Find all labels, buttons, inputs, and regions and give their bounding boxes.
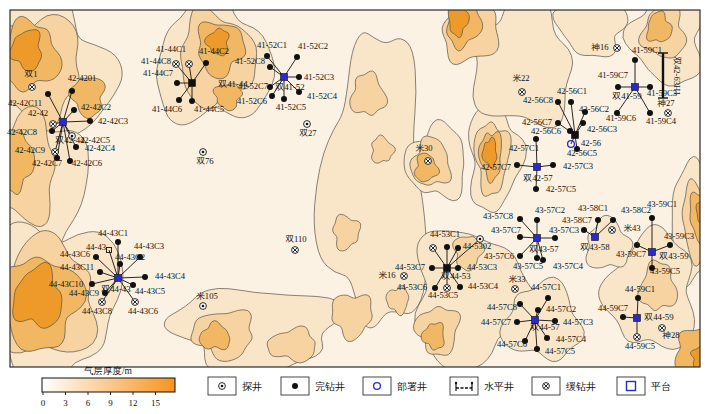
legend-label: 平台 bbox=[651, 381, 671, 392]
platform-marker bbox=[60, 119, 67, 126]
completed-well-marker bbox=[517, 301, 523, 307]
completed-well-marker bbox=[634, 242, 640, 248]
gas-thickness-contour-map: 41-44C841-44C141-44C241-44C741-44C641-44… bbox=[0, 0, 705, 414]
colorbar-ticks: 03691215 bbox=[41, 392, 161, 408]
colorbar-tick-label: 6 bbox=[86, 398, 91, 408]
well-label: 42-4201 bbox=[68, 73, 97, 83]
completed-well-marker bbox=[115, 239, 121, 245]
well-label: 双110 bbox=[285, 234, 306, 244]
well-label: 43-59C1 bbox=[647, 199, 677, 209]
colorbar-gradient bbox=[42, 378, 175, 392]
well-label: 41-59C6 bbox=[606, 113, 637, 123]
well-label: 43-57C7 bbox=[491, 225, 522, 235]
well-label: 44-59C7 bbox=[598, 303, 629, 313]
completed-well-marker bbox=[296, 74, 302, 80]
well-label: 44-43C3 bbox=[134, 241, 164, 251]
well-label: 42-42C8 bbox=[7, 127, 37, 137]
well-label: 41-52C2 bbox=[298, 41, 328, 51]
well-label: 44-59C1 bbox=[625, 284, 655, 294]
well-label: 42-57C7 bbox=[481, 162, 512, 172]
well-label: 41-52C3 bbox=[304, 72, 334, 82]
cluster-label: 双44-53 bbox=[441, 271, 471, 281]
well-label: 44-53C6 bbox=[397, 282, 428, 292]
well-label: 43-57C4 bbox=[553, 261, 584, 271]
completed-well-marker bbox=[533, 136, 539, 142]
well-label: 44-57C1 bbox=[531, 282, 561, 292]
well-label: 43-59C5 bbox=[650, 266, 680, 276]
well-label: 43-57C8 bbox=[483, 211, 513, 221]
well-label: 神28 bbox=[661, 330, 679, 340]
completed-well-marker bbox=[534, 217, 540, 223]
legend-label: 完钻井 bbox=[315, 381, 345, 392]
deferred-well-marker bbox=[50, 121, 57, 128]
deferred-well-marker bbox=[99, 299, 106, 306]
exploration-well-marker bbox=[219, 383, 226, 390]
well-label: 米105 bbox=[196, 291, 217, 301]
well-label: 43-57C5 bbox=[513, 261, 543, 271]
well-label: 44-53C4 bbox=[468, 281, 499, 291]
completed-well-marker bbox=[292, 383, 298, 389]
platform-marker bbox=[534, 164, 541, 171]
completed-well-marker bbox=[517, 253, 523, 259]
well-label: 44-57C3 bbox=[563, 317, 593, 327]
well-label: 神16 bbox=[590, 42, 609, 52]
completed-well-marker bbox=[49, 128, 55, 134]
well-label: 44-57C8 bbox=[487, 302, 517, 312]
platform-marker bbox=[634, 315, 641, 322]
well-label: 41-59C4 bbox=[646, 116, 677, 126]
well-label: 41-52C5 bbox=[276, 102, 306, 112]
platform-marker bbox=[632, 84, 639, 91]
well-label: 44-43C1 bbox=[98, 228, 128, 238]
completed-well-marker bbox=[534, 346, 540, 352]
deferred-well-marker bbox=[52, 149, 59, 156]
well-label: 神27 bbox=[656, 98, 675, 108]
well-label: 42-56C8 bbox=[523, 95, 553, 105]
completed-well-marker bbox=[267, 64, 273, 70]
cluster-label: 双42-42 bbox=[55, 135, 84, 145]
well-label: 44-43C4 bbox=[155, 271, 186, 281]
contour-layer bbox=[0, 0, 705, 396]
completed-well-icon bbox=[292, 383, 298, 389]
completed-well-marker bbox=[610, 217, 616, 223]
completed-well-marker bbox=[429, 265, 435, 271]
well-label: 42-56C3 bbox=[587, 124, 617, 134]
completed-well-marker bbox=[203, 60, 209, 66]
well-label: 44-5302 bbox=[463, 241, 492, 251]
completed-well-marker bbox=[45, 91, 51, 97]
platform-marker bbox=[649, 249, 656, 256]
completed-well-marker bbox=[649, 215, 655, 221]
well-label: 双42-63H1 bbox=[672, 56, 682, 95]
well-label: 42-56C1 bbox=[557, 86, 587, 96]
well-label: 42-57C5 bbox=[546, 184, 576, 194]
well-label: 米30 bbox=[415, 143, 432, 153]
well-label: 44-59C5 bbox=[625, 341, 655, 351]
cluster-label: 双41-52 bbox=[275, 82, 304, 92]
well-label: 双76 bbox=[196, 156, 214, 166]
well-label: 42-56C6 bbox=[531, 126, 562, 136]
completed-well-marker bbox=[620, 314, 626, 320]
legend-item: 缓钻井 bbox=[532, 377, 596, 395]
well-label: 44-57C7 bbox=[481, 317, 512, 327]
deferred-well-marker bbox=[401, 273, 408, 280]
cluster-label: 双43-59 bbox=[659, 251, 689, 261]
well-label: 43-57C2 bbox=[535, 205, 565, 215]
deferred-well-marker bbox=[186, 61, 193, 68]
well-label: 双1 bbox=[25, 69, 38, 79]
completed-well-marker bbox=[535, 307, 541, 313]
colorbar-tick-label: 15 bbox=[151, 398, 161, 408]
well-label: 44-53C5 bbox=[428, 290, 458, 300]
deferred-well-marker bbox=[512, 286, 519, 293]
deferred-well-marker bbox=[609, 227, 616, 234]
deferred-well-marker bbox=[132, 299, 139, 306]
legend-symbol-box bbox=[363, 377, 391, 395]
well-label: 42-42C9 bbox=[15, 145, 45, 155]
deferred-well-marker bbox=[292, 247, 299, 254]
legend-item: 平台 bbox=[617, 377, 671, 395]
well-label: 43-58C7 bbox=[562, 215, 593, 225]
completed-well-marker bbox=[544, 335, 550, 341]
platform-marker bbox=[592, 234, 599, 241]
legend-item: 探井 bbox=[208, 377, 262, 395]
completed-well-marker bbox=[455, 245, 461, 251]
well-label: 42-56C5 bbox=[567, 148, 597, 158]
well-label: 米43 bbox=[623, 223, 640, 233]
